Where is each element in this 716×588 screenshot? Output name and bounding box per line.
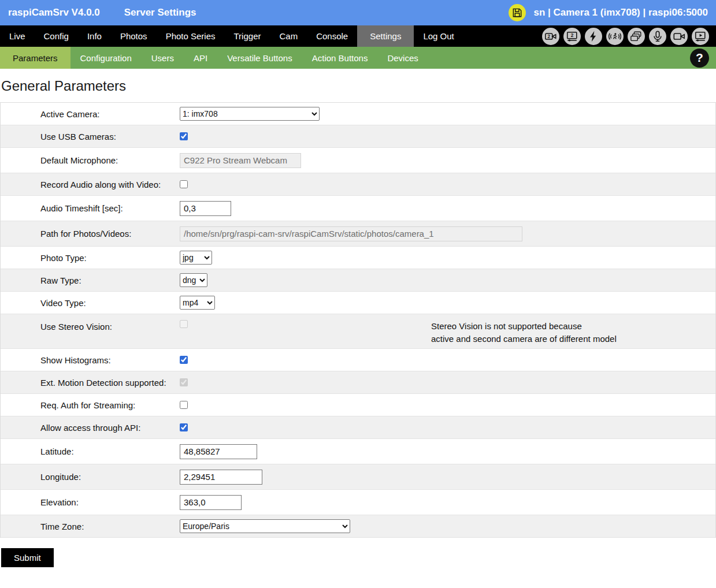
settings-subnav-items: ParametersConfigurationUsersAPIVersatile…: [0, 47, 428, 69]
video-camera-icon[interactable]: [670, 28, 688, 45]
allow-api-checkbox[interactable]: [180, 423, 188, 431]
submit-button[interactable]: Submit: [1, 548, 54, 567]
longitude-label: Longitude:: [1, 472, 180, 482]
path-photos-input: [180, 226, 522, 241]
help-icon[interactable]: ?: [690, 49, 709, 68]
header-status: sn | Camera 1 (imx708) | raspi06:5000: [509, 4, 708, 21]
active-camera-select[interactable]: 1: imx708: [180, 107, 320, 121]
show-histograms-checkbox[interactable]: [180, 356, 188, 364]
photo-type-label: Photo Type:: [1, 253, 180, 263]
show-histograms-label: Show Histograms:: [1, 355, 180, 365]
form-row-audio-timeshift: Audio Timeshift [sec]:: [1, 196, 715, 221]
latitude-input[interactable]: [180, 444, 257, 459]
path-photos-label: Path for Photos/Videos:: [1, 229, 180, 239]
default-microphone-label: Default Microphone:: [1, 155, 180, 165]
header-titles: raspiCamSrv V4.0.0 Server Settings: [8, 7, 196, 18]
subnav-item-versatile-buttons[interactable]: Versatile Buttons: [217, 47, 302, 69]
microphone-icon[interactable]: [649, 28, 666, 45]
flash-icon[interactable]: [585, 28, 602, 45]
longitude-input[interactable]: [180, 470, 262, 485]
form-row-req-auth-streaming: Req. Auth for Streaming:: [1, 394, 715, 416]
form-row-path-photos: Path for Photos/Videos:: [1, 221, 715, 247]
form-row-use-usb-cameras: Use USB Cameras:: [1, 125, 715, 148]
use-usb-cameras-label: Use USB Cameras:: [1, 132, 180, 142]
photo-type-select[interactable]: jpg: [180, 251, 212, 265]
form-row-photo-type: Photo Type:jpg: [1, 247, 715, 269]
subnav-item-parameters[interactable]: Parameters: [0, 47, 71, 69]
form-row-longitude: Longitude:: [1, 464, 715, 490]
photo-series-icon[interactable]: [628, 28, 645, 45]
form-row-show-histograms: Show Histograms:: [1, 349, 715, 371]
use-stereo-vision-note: Stereo Vision is not supported becauseac…: [431, 320, 617, 345]
nav-item-log-out[interactable]: Log Out: [414, 25, 463, 47]
latitude-label: Latitude:: [1, 446, 180, 456]
record-audio-label: Record Audio along with Video:: [1, 180, 180, 189]
form-row-raw-type: Raw Type:dng: [1, 269, 715, 292]
header-bar: raspiCamSrv V4.0.0 Server Settings sn | …: [0, 0, 716, 25]
nav-item-console[interactable]: Console: [307, 25, 357, 47]
help-wrap: ?: [690, 47, 716, 69]
nav-item-trigger[interactable]: Trigger: [225, 25, 270, 47]
general-parameters-form: Active Camera:1: imx708Use USB Cameras:D…: [0, 102, 716, 538]
settings-subnav: ParametersConfigurationUsersAPIVersatile…: [0, 47, 716, 69]
video-type-label: Video Type:: [1, 298, 180, 308]
screen-2-icon[interactable]: 2: [563, 28, 581, 45]
raw-type-select[interactable]: dng: [180, 273, 207, 287]
audio-timeshift-input[interactable]: [180, 201, 231, 216]
form-row-time-zone: Time Zone:Europe/Paris: [1, 515, 715, 538]
use-usb-cameras-checkbox[interactable]: [180, 132, 188, 140]
subnav-item-action-buttons[interactable]: Action Buttons: [302, 47, 378, 69]
floppy-disk-icon[interactable]: [509, 4, 526, 21]
main-nav: LiveConfigInfoPhotosPhoto SeriesTriggerC…: [0, 25, 716, 47]
motion-detection-icon[interactable]: [606, 28, 624, 45]
form-row-latitude: Latitude:: [1, 439, 715, 464]
subnav-item-configuration[interactable]: Configuration: [71, 47, 142, 69]
page-heading: General Parameters: [1, 78, 716, 94]
nav-item-live[interactable]: Live: [0, 25, 35, 47]
nav-item-photos[interactable]: Photos: [111, 25, 157, 47]
use-stereo-vision-label: Use Stereo Vision:: [1, 320, 180, 332]
audio-timeshift-label: Audio Timeshift [sec]:: [1, 203, 180, 213]
session-status-text: sn | Camera 1 (imx708) | raspi06:5000: [533, 7, 708, 18]
time-zone-label: Time Zone:: [1, 522, 180, 531]
raw-type-label: Raw Type:: [1, 276, 180, 285]
nav-item-info[interactable]: Info: [78, 25, 111, 47]
page-title: Server Settings: [124, 7, 196, 18]
form-row-record-audio: Record Audio along with Video:: [1, 173, 715, 196]
main-nav-items: LiveConfigInfoPhotosPhoto SeriesTriggerC…: [0, 25, 463, 47]
active-camera-label: Active Camera:: [1, 109, 180, 119]
nav-item-cam[interactable]: Cam: [270, 25, 307, 47]
form-row-ext-motion-detection: Ext. Motion Detection supported:: [1, 371, 715, 394]
default-microphone-input: [180, 153, 301, 168]
form-row-elevation: Elevation:: [1, 490, 715, 515]
form-row-default-microphone: Default Microphone:: [1, 148, 715, 173]
ext-motion-detection-checkbox: [180, 378, 188, 386]
nav-item-config[interactable]: Config: [35, 25, 78, 47]
camera-2-icon[interactable]: 2: [542, 28, 559, 45]
record-audio-checkbox[interactable]: [180, 180, 188, 188]
allow-api-label: Allow access through API:: [1, 423, 180, 433]
subnav-item-users[interactable]: Users: [142, 47, 184, 69]
time-zone-select[interactable]: Europe/Paris: [180, 519, 350, 533]
app-title: raspiCamSrv V4.0.0: [8, 7, 100, 18]
nav-item-photo-series[interactable]: Photo Series: [157, 25, 225, 47]
subnav-item-api[interactable]: API: [184, 47, 217, 69]
video-type-select[interactable]: mp4: [180, 296, 215, 310]
use-stereo-vision-checkbox: [180, 320, 188, 328]
svg-text:2: 2: [571, 33, 574, 38]
ext-motion-detection-label: Ext. Motion Detection supported:: [1, 378, 180, 388]
form-row-active-camera: Active Camera:1: imx708: [1, 103, 715, 125]
subnav-item-devices[interactable]: Devices: [377, 47, 428, 69]
form-row-video-type: Video Type:mp4: [1, 292, 715, 314]
req-auth-streaming-checkbox[interactable]: [180, 401, 188, 409]
stream-player-icon[interactable]: [692, 28, 709, 45]
svg-text:2: 2: [547, 34, 550, 39]
elevation-input[interactable]: [180, 495, 242, 510]
main-nav-icons: 22: [542, 25, 716, 47]
form-row-use-stereo-vision: Use Stereo Vision:Stereo Vision is not s…: [1, 314, 715, 349]
form-row-allow-api: Allow access through API:: [1, 416, 715, 439]
elevation-label: Elevation:: [1, 497, 180, 507]
req-auth-streaming-label: Req. Auth for Streaming:: [1, 400, 180, 410]
nav-item-settings[interactable]: Settings: [357, 25, 414, 47]
